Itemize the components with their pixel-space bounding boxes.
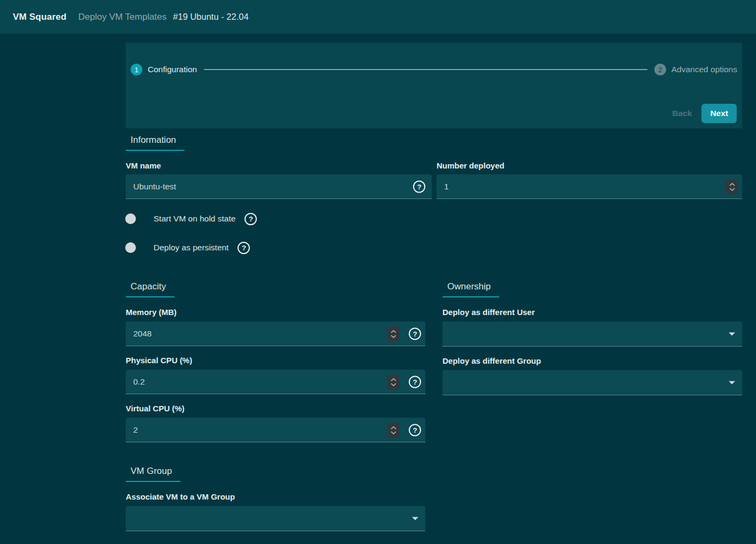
section-title-capacity: Capacity (126, 281, 174, 297)
vm-name-help-icon[interactable]: ? (413, 181, 425, 193)
number-deployed-input[interactable] (437, 174, 742, 199)
next-button[interactable]: Next (701, 104, 737, 123)
section-title-vm-group: VM Group (126, 466, 180, 482)
start-on-hold-help-icon[interactable]: ? (245, 213, 257, 225)
chevron-down-icon (391, 431, 396, 434)
vm-name-label: VM name (126, 161, 432, 170)
vm-name-input[interactable] (126, 174, 432, 199)
breadcrumb-section: Deploy VM Templates (78, 12, 166, 22)
number-deployed-stepper[interactable] (726, 179, 738, 194)
deploy-as-user-select[interactable] (442, 321, 742, 347)
app-header: VM Squared Deploy VM Templates #19 Ubunt… (0, 0, 756, 34)
stepper-actions: Back Next (665, 104, 737, 123)
main-area: 1 Configuration 2 Advanced options Back … (0, 43, 756, 544)
section-title-information: Information (126, 135, 185, 151)
physical-cpu-help-icon[interactable]: ? (409, 376, 421, 388)
back-button[interactable]: Back (665, 104, 699, 122)
stepper-card: 1 Configuration 2 Advanced options Back … (126, 43, 742, 128)
stepper-connector (204, 69, 647, 70)
associate-vm-group-select[interactable] (126, 506, 425, 531)
physical-cpu-stepper[interactable] (387, 374, 399, 389)
memory-stepper[interactable] (387, 326, 399, 341)
virtual-cpu-stepper[interactable] (387, 423, 399, 438)
chevron-up-icon (391, 426, 396, 430)
dropdown-caret-icon (412, 517, 418, 520)
deploy-persistent-toggle[interactable] (127, 244, 145, 251)
toggle-knob (125, 242, 136, 253)
chevron-down-icon (391, 383, 396, 386)
step-2-label[interactable]: Advanced options (671, 65, 737, 74)
step-1-indicator[interactable]: 1 (131, 64, 142, 75)
chevron-up-icon (729, 183, 735, 186)
section-title-ownership: Ownership (442, 281, 499, 297)
chevron-down-icon (391, 335, 396, 338)
deploy-persistent-help-icon[interactable]: ? (238, 242, 250, 254)
app-brand: VM Squared (13, 12, 66, 22)
start-on-hold-toggle[interactable] (127, 215, 145, 223)
step-1-label[interactable]: Configuration (148, 65, 197, 74)
chevron-down-icon (729, 188, 735, 191)
memory-help-icon[interactable]: ? (409, 328, 421, 340)
deploy-as-group-label: Deploy as different Group (442, 356, 742, 365)
chevron-up-icon (391, 378, 396, 381)
virtual-cpu-input[interactable] (126, 418, 425, 442)
deploy-as-user-label: Deploy as different User (442, 308, 742, 317)
virtual-cpu-label: Virtual CPU (%) (126, 404, 425, 413)
physical-cpu-label: Physical CPU (%) (126, 356, 425, 365)
virtual-cpu-help-icon[interactable]: ? (409, 424, 421, 436)
step-2-indicator[interactable]: 2 (654, 64, 666, 75)
memory-label: Memory (MB) (126, 308, 425, 317)
stepper: 1 Configuration 2 Advanced options (126, 43, 742, 75)
associate-vm-group-label: Associate VM to a VM Group (126, 492, 425, 501)
toggle-knob (125, 213, 136, 224)
number-deployed-label: Number deployed (437, 161, 742, 170)
memory-input[interactable] (126, 321, 425, 346)
dropdown-caret-icon (729, 381, 735, 385)
dropdown-caret-icon (729, 333, 735, 336)
physical-cpu-input[interactable] (126, 370, 425, 394)
deploy-persistent-row: Deploy as persistent ? (126, 241, 742, 255)
breadcrumb-resource: #19 Ubuntu - 22.04 (173, 12, 248, 22)
deploy-as-group-select[interactable] (442, 370, 742, 395)
deploy-persistent-label: Deploy as persistent (154, 243, 228, 252)
chevron-up-icon (391, 330, 396, 333)
start-on-hold-row: Start VM on hold state ? (126, 212, 742, 226)
start-on-hold-label: Start VM on hold state (154, 214, 235, 224)
